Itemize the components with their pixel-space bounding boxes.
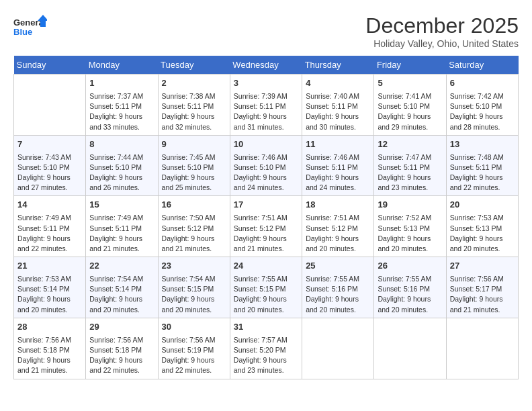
calendar-cell: 23Sunrise: 7:54 AMSunset: 5:15 PMDayligh…: [158, 257, 230, 318]
calendar-cell: 2Sunrise: 7:38 AMSunset: 5:11 PMDaylight…: [158, 75, 230, 136]
cell-content: Sunrise: 7:37 AMSunset: 5:11 PMDaylight:…: [89, 91, 154, 132]
calendar-cell: 9Sunrise: 7:45 AMSunset: 5:10 PMDaylight…: [158, 135, 230, 196]
calendar-cell: [446, 318, 518, 379]
calendar-cell: 18Sunrise: 7:51 AMSunset: 5:12 PMDayligh…: [302, 196, 374, 257]
cell-content: Sunrise: 7:47 AMSunset: 5:11 PMDaylight:…: [378, 152, 442, 193]
day-number: 31: [234, 321, 298, 334]
day-number: 4: [306, 77, 370, 90]
day-number: 25: [306, 260, 370, 273]
day-number: 18: [306, 199, 370, 212]
cell-content: Sunrise: 7:50 AMSunset: 5:12 PMDaylight:…: [162, 213, 226, 254]
calendar-cell: 13Sunrise: 7:48 AMSunset: 5:11 PMDayligh…: [446, 135, 518, 196]
calendar-cell: 22Sunrise: 7:54 AMSunset: 5:14 PMDayligh…: [86, 257, 158, 318]
day-number: 3: [234, 77, 298, 90]
day-number: 1: [89, 77, 154, 90]
calendar-cell: 5Sunrise: 7:41 AMSunset: 5:10 PMDaylight…: [374, 75, 446, 136]
calendar-cell: 25Sunrise: 7:55 AMSunset: 5:16 PMDayligh…: [302, 257, 374, 318]
day-number: 17: [234, 199, 298, 212]
cell-content: Sunrise: 7:38 AMSunset: 5:11 PMDaylight:…: [162, 91, 226, 132]
header-cell-thursday: Thursday: [302, 56, 374, 75]
day-number: 29: [89, 321, 154, 334]
day-number: 9: [162, 138, 226, 151]
cell-content: Sunrise: 7:56 AMSunset: 5:19 PMDaylight:…: [162, 335, 226, 376]
day-number: 2: [162, 77, 226, 90]
day-number: 16: [162, 199, 226, 212]
calendar-cell: [374, 318, 446, 379]
cell-content: Sunrise: 7:56 AMSunset: 5:17 PMDaylight:…: [450, 274, 515, 315]
cell-content: Sunrise: 7:56 AMSunset: 5:18 PMDaylight:…: [17, 335, 82, 376]
day-number: 27: [450, 260, 515, 273]
calendar-cell: 4Sunrise: 7:40 AMSunset: 5:11 PMDaylight…: [302, 75, 374, 136]
calendar-cell: [302, 318, 374, 379]
calendar-cell: 24Sunrise: 7:55 AMSunset: 5:15 PMDayligh…: [230, 257, 302, 318]
cell-content: Sunrise: 7:54 AMSunset: 5:14 PMDaylight:…: [89, 274, 154, 315]
day-number: 15: [89, 199, 154, 212]
week-row-2: 7Sunrise: 7:43 AMSunset: 5:10 PMDaylight…: [14, 135, 519, 196]
cell-content: Sunrise: 7:43 AMSunset: 5:10 PMDaylight:…: [17, 152, 82, 193]
cell-content: Sunrise: 7:56 AMSunset: 5:18 PMDaylight:…: [89, 335, 154, 376]
page-title: December 2025: [365, 13, 519, 38]
calendar-table: SundayMondayTuesdayWednesdayThursdayFrid…: [13, 56, 519, 379]
day-number: 24: [234, 260, 298, 273]
cell-content: Sunrise: 7:39 AMSunset: 5:11 PMDaylight:…: [234, 91, 298, 132]
header-cell-monday: Monday: [86, 56, 158, 75]
day-number: 23: [162, 260, 226, 273]
calendar-cell: [14, 75, 86, 136]
cell-content: Sunrise: 7:49 AMSunset: 5:11 PMDaylight:…: [17, 213, 82, 254]
cell-content: Sunrise: 7:53 AMSunset: 5:14 PMDaylight:…: [17, 274, 82, 315]
cell-content: Sunrise: 7:57 AMSunset: 5:20 PMDaylight:…: [234, 335, 298, 376]
day-number: 12: [378, 138, 442, 151]
cell-content: Sunrise: 7:51 AMSunset: 5:12 PMDaylight:…: [234, 213, 298, 254]
calendar-cell: 6Sunrise: 7:42 AMSunset: 5:10 PMDaylight…: [446, 75, 518, 136]
day-number: 19: [378, 199, 442, 212]
cell-content: Sunrise: 7:55 AMSunset: 5:16 PMDaylight:…: [306, 274, 370, 315]
header: General Blue December 2025 Holiday Valle…: [13, 13, 519, 49]
cell-content: Sunrise: 7:52 AMSunset: 5:13 PMDaylight:…: [378, 213, 442, 254]
calendar-cell: 11Sunrise: 7:46 AMSunset: 5:11 PMDayligh…: [302, 135, 374, 196]
calendar-cell: 26Sunrise: 7:55 AMSunset: 5:16 PMDayligh…: [374, 257, 446, 318]
week-row-4: 21Sunrise: 7:53 AMSunset: 5:14 PMDayligh…: [14, 257, 519, 318]
cell-content: Sunrise: 7:41 AMSunset: 5:10 PMDaylight:…: [378, 91, 442, 132]
header-cell-friday: Friday: [374, 56, 446, 75]
cell-content: Sunrise: 7:46 AMSunset: 5:10 PMDaylight:…: [234, 152, 298, 193]
title-area: December 2025 Holiday Valley, Ohio, Unit…: [365, 13, 519, 49]
cell-content: Sunrise: 7:46 AMSunset: 5:11 PMDaylight:…: [306, 152, 370, 193]
header-cell-wednesday: Wednesday: [230, 56, 302, 75]
calendar-cell: 8Sunrise: 7:44 AMSunset: 5:10 PMDaylight…: [86, 135, 158, 196]
svg-text:Blue: Blue: [13, 27, 32, 37]
calendar-cell: 17Sunrise: 7:51 AMSunset: 5:12 PMDayligh…: [230, 196, 302, 257]
calendar-cell: 14Sunrise: 7:49 AMSunset: 5:11 PMDayligh…: [14, 196, 86, 257]
logo: General Blue: [13, 13, 47, 43]
cell-content: Sunrise: 7:55 AMSunset: 5:16 PMDaylight:…: [378, 274, 442, 315]
day-number: 30: [162, 321, 226, 334]
calendar-cell: 29Sunrise: 7:56 AMSunset: 5:18 PMDayligh…: [86, 318, 158, 379]
calendar-cell: 19Sunrise: 7:52 AMSunset: 5:13 PMDayligh…: [374, 196, 446, 257]
calendar-cell: 10Sunrise: 7:46 AMSunset: 5:10 PMDayligh…: [230, 135, 302, 196]
week-row-5: 28Sunrise: 7:56 AMSunset: 5:18 PMDayligh…: [14, 318, 519, 379]
calendar-cell: 1Sunrise: 7:37 AMSunset: 5:11 PMDaylight…: [86, 75, 158, 136]
day-number: 20: [450, 199, 515, 212]
day-number: 8: [89, 138, 154, 151]
calendar-cell: 21Sunrise: 7:53 AMSunset: 5:14 PMDayligh…: [14, 257, 86, 318]
logo-svg: General Blue: [13, 13, 47, 43]
day-number: 6: [450, 77, 515, 90]
calendar-cell: 15Sunrise: 7:49 AMSunset: 5:11 PMDayligh…: [86, 196, 158, 257]
calendar-cell: 28Sunrise: 7:56 AMSunset: 5:18 PMDayligh…: [14, 318, 86, 379]
calendar-cell: 20Sunrise: 7:53 AMSunset: 5:13 PMDayligh…: [446, 196, 518, 257]
cell-content: Sunrise: 7:49 AMSunset: 5:11 PMDaylight:…: [89, 213, 154, 254]
calendar-cell: 3Sunrise: 7:39 AMSunset: 5:11 PMDaylight…: [230, 75, 302, 136]
calendar-cell: 30Sunrise: 7:56 AMSunset: 5:19 PMDayligh…: [158, 318, 230, 379]
page-subtitle: Holiday Valley, Ohio, United States: [365, 38, 519, 49]
cell-content: Sunrise: 7:48 AMSunset: 5:11 PMDaylight:…: [450, 152, 515, 193]
cell-content: Sunrise: 7:51 AMSunset: 5:12 PMDaylight:…: [306, 213, 370, 254]
cell-content: Sunrise: 7:55 AMSunset: 5:15 PMDaylight:…: [234, 274, 298, 315]
calendar-cell: 27Sunrise: 7:56 AMSunset: 5:17 PMDayligh…: [446, 257, 518, 318]
day-number: 13: [450, 138, 515, 151]
header-cell-saturday: Saturday: [446, 56, 518, 75]
calendar-cell: 7Sunrise: 7:43 AMSunset: 5:10 PMDaylight…: [14, 135, 86, 196]
header-cell-tuesday: Tuesday: [158, 56, 230, 75]
cell-content: Sunrise: 7:40 AMSunset: 5:11 PMDaylight:…: [306, 91, 370, 132]
day-number: 5: [378, 77, 442, 90]
week-row-3: 14Sunrise: 7:49 AMSunset: 5:11 PMDayligh…: [14, 196, 519, 257]
day-number: 22: [89, 260, 154, 273]
